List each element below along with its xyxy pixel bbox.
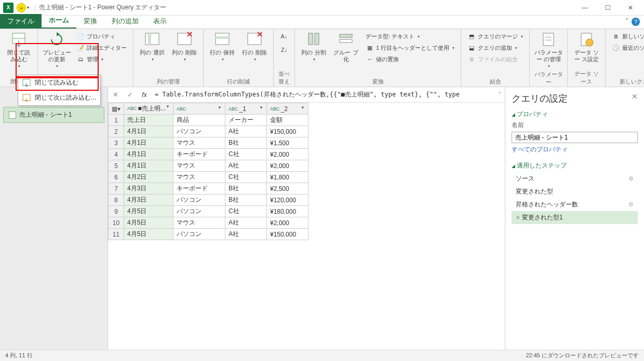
data-cell[interactable]: 4月2日 [124,172,173,183]
data-cell[interactable]: B社 [225,137,267,149]
data-cell[interactable]: キーボード [173,183,225,195]
data-cell[interactable]: ¥2,000 [267,217,308,229]
data-cell[interactable]: ¥150,000 [267,229,308,240]
recent-sources-button[interactable]: 🕓最近のソース [610,43,644,53]
data-cell[interactable]: B社 [225,195,267,206]
data-cell[interactable]: 4月1日 [124,137,173,149]
row-number[interactable]: 8 [109,195,124,206]
close-window-button[interactable]: ✕ [620,1,641,15]
gear-icon[interactable]: ⚙ [628,175,634,182]
column-filter-icon[interactable]: ▼ [259,105,263,110]
choose-columns-button[interactable]: 列の 選択 [138,31,167,63]
tab-view[interactable]: 表示 [146,14,174,29]
append-queries-button[interactable]: ⬓クエリの追加 [465,43,525,53]
data-grid[interactable]: ▦▾ABC■売上明...▼ABC▼ABC_1▼ABC_2▼1売上日商品メーカー金… [108,103,505,240]
manage-button[interactable]: 🗂管理 [74,54,129,64]
all-properties-link[interactable]: すべてのプロパティ [512,145,568,154]
data-cell[interactable]: B社 [225,183,267,195]
data-cell[interactable]: ¥1,800 [267,172,308,183]
data-cell[interactable]: A社 [225,229,267,240]
help-icon[interactable]: ? [632,18,640,26]
tab-home[interactable]: ホーム [42,13,76,29]
data-cell[interactable]: ¥2,000 [267,160,308,172]
maximize-button[interactable]: ☐ [597,1,618,15]
row-number[interactable]: 2 [109,126,124,137]
row-number[interactable]: 9 [109,206,124,217]
close-and-load-to-item[interactable]: 閉じて次に読み込む... [18,90,100,105]
data-cell[interactable]: 4月1日 [124,149,173,160]
ribbon-collapse-icon[interactable]: ˄ [625,18,628,26]
minimize-button[interactable]: — [574,1,595,15]
smile-icon[interactable]: ☺ [17,3,26,12]
applied-step[interactable]: 変更された型 [512,185,638,198]
column-header[interactable]: ABC_2▼ [267,103,308,115]
properties-section-header[interactable]: プロパティ [512,110,638,119]
sort-asc-button[interactable]: A↓ [278,31,290,41]
data-cell[interactable]: C社 [225,149,267,160]
row-number[interactable]: 3 [109,137,124,149]
row-number[interactable]: 4 [109,149,124,160]
row-number[interactable]: 10 [109,217,124,229]
applied-step[interactable]: ✕変更された型1 [512,211,638,224]
data-cell[interactable]: マウス [173,172,225,183]
data-cell[interactable]: A社 [225,160,267,172]
data-cell[interactable]: ¥180,000 [267,206,308,217]
datasource-settings-button[interactable]: データ ソー ス設定 [572,31,601,63]
data-cell[interactable]: ¥1,500 [267,137,308,149]
row-number[interactable]: 11 [109,229,124,240]
datatype-button[interactable]: データ型: テキスト [364,31,457,41]
formula-cancel-button[interactable]: ✕ [108,91,123,99]
delete-step-icon[interactable]: ✕ [516,215,520,220]
data-cell[interactable]: A社 [225,217,267,229]
keep-rows-button[interactable]: 行の 保持 [208,31,237,63]
replace-values-button[interactable]: ↔値の置換 [364,54,457,64]
advanced-editor-button[interactable]: 📝詳細エディター [74,43,129,53]
data-cell[interactable]: パソコン [173,126,225,137]
data-cell[interactable]: 4月1日 [124,126,173,137]
formula-input[interactable] [152,91,494,99]
applied-step[interactable]: 昇格されたヘッダー数⚙ [512,198,638,211]
formula-expand-button[interactable]: ˅ [494,91,505,99]
data-cell[interactable]: パソコン [173,229,225,240]
column-header[interactable]: ABC▼ [173,103,225,115]
column-filter-icon[interactable]: ▼ [218,105,222,110]
tab-add-column[interactable]: 列の追加 [104,14,146,29]
new-source-button[interactable]: 🗎新しいソース [610,31,644,41]
query-item[interactable]: 売上明細 - シート1 [3,107,104,123]
remove-rows-button[interactable]: 行の 削除 [240,31,269,63]
formula-accept-button[interactable]: ✓ [123,91,137,99]
corner-cell[interactable]: ▦▾ [109,103,124,115]
merge-queries-button[interactable]: ⬒クエリのマージ [465,31,525,41]
split-column-button[interactable]: 列の 分割 [299,31,328,63]
query-name-input[interactable] [512,132,638,143]
manage-parameters-button[interactable]: パラメーター の管理 [534,31,563,70]
row-number[interactable]: 7 [109,183,124,195]
data-cell[interactable]: 4月3日 [124,183,173,195]
close-panel-button[interactable]: ✕ [632,92,638,105]
close-load-button[interactable]: 閉じて読 み込む [4,31,33,70]
data-cell[interactable]: 商品 [173,115,225,126]
refresh-preview-button[interactable]: プレビュー の更新 [42,31,71,70]
data-cell[interactable]: C社 [225,206,267,217]
first-row-header-button[interactable]: ▦1 行目をヘッダーとして使用 [364,43,457,53]
qat-dropdown-icon[interactable]: ▾ [27,5,29,10]
column-header[interactable]: ABC■売上明...▼ [124,103,173,115]
tab-file[interactable]: ファイル [0,14,42,29]
data-cell[interactable]: 4月5日 [124,217,173,229]
column-header[interactable]: ABC_1▼ [225,103,267,115]
data-cell[interactable]: マウス [173,217,225,229]
data-cell[interactable]: ¥2,500 [267,183,308,195]
row-number[interactable]: 6 [109,172,124,183]
row-number[interactable]: 5 [109,160,124,172]
data-cell[interactable]: ¥150,000 [267,126,308,137]
data-cell[interactable]: キーボード [173,149,225,160]
data-cell[interactable]: パソコン [173,195,225,206]
column-filter-icon[interactable]: ▼ [301,105,305,110]
data-cell[interactable]: 4月5日 [124,206,173,217]
data-cell[interactable]: パソコン [173,206,225,217]
column-filter-icon[interactable]: ▼ [166,104,170,109]
data-cell[interactable]: マウス [173,160,225,172]
data-cell[interactable]: ¥2,000 [267,149,308,160]
data-cell[interactable]: マウス [173,137,225,149]
data-cell[interactable]: A社 [225,126,267,137]
